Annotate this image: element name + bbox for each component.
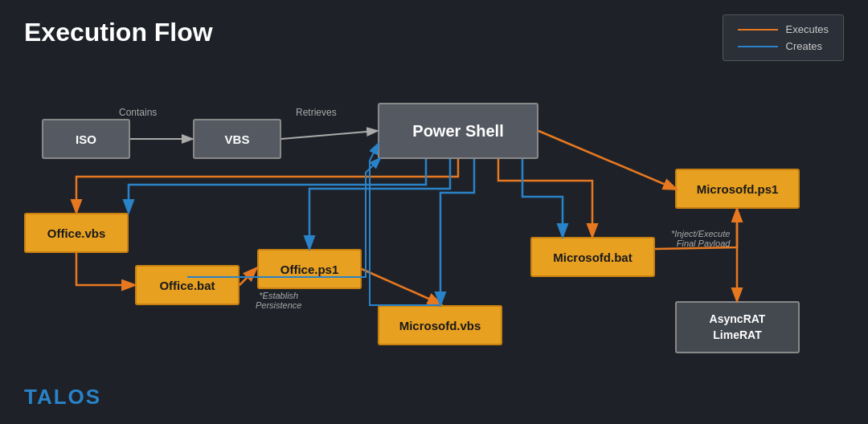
node-microsofd-ps1: Microsofd.ps1 [675,169,800,209]
node-microsofd-vbs: Microsofd.vbs [378,305,502,345]
legend-executes: Executes [738,23,829,35]
inject-note: *Inject/Execute Final Payload [671,229,730,248]
blue-ps-officevbs [129,159,426,211]
arrow-officevbs-officebat [76,253,133,285]
persistence-note: *Establish Persistence [256,291,301,310]
retrieves-label: Retrieves [296,107,337,118]
node-office-ps1: Office.ps1 [257,249,362,289]
arrow-ps-microsofedps1 [538,131,675,189]
page-title: Execution Flow [24,18,213,47]
arrow-officeps1-microsofdvbs [362,269,440,304]
arrow-ps-officevbs [76,159,458,211]
arrows-svg [0,0,868,424]
node-microsofd-bat: Microsofd.bat [530,237,655,277]
node-office-bat: Office.bat [135,265,240,305]
legend-creates: Creates [738,40,829,52]
blue-microsofdvbs-ps [370,145,440,305]
creates-label: Creates [786,40,823,52]
executes-line [738,29,778,31]
arrow-vbs-ps [281,131,376,139]
contains-label: Contains [119,107,157,118]
node-iso: ISO [42,119,130,159]
arrow-ps-microsofdvbs [498,159,592,235]
executes-label: Executes [786,23,829,35]
legend: Executes Creates [723,14,844,61]
node-vbs: VBS [193,119,281,159]
node-office-vbs: Office.vbs [24,213,129,253]
node-powershell: Power Shell [378,103,538,159]
talos-logo: TALOS [24,385,101,410]
blue-ps-officeps1 [309,159,450,247]
blue-ps-microsofdvbs [440,159,474,304]
blue-ps-microsofdvbs2 [522,159,563,235]
arrow-officebat-officeps1 [240,269,256,285]
node-asyncrat: AsyncRAT LimeRAT [675,301,800,353]
creates-line [738,46,778,47]
